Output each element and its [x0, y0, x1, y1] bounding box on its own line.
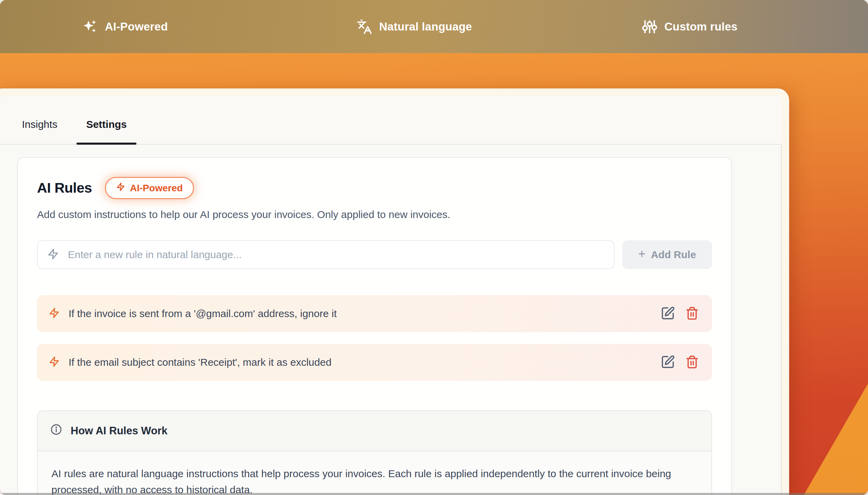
how-box-header: How AI Rules Work — [38, 411, 711, 451]
tab-settings[interactable]: Settings — [84, 119, 129, 144]
rules-list: If the invoice is sent from a '@gmail.co… — [37, 295, 712, 381]
new-rule-input[interactable] — [67, 249, 604, 261]
rule-actions — [661, 306, 699, 322]
info-icon — [50, 423, 62, 438]
sliders-icon — [642, 19, 658, 35]
rule-text: If the invoice is sent from a '@gmail.co… — [69, 308, 652, 319]
zap-icon — [116, 182, 125, 194]
screenshot-root: AI-Powered Natural language — [0, 0, 868, 495]
edit-rule-button[interactable] — [661, 355, 675, 370]
add-rule-button[interactable]: + Add Rule — [622, 240, 712, 269]
feature-banner: AI-Powered Natural language — [0, 0, 868, 53]
trash-icon — [685, 306, 699, 321]
sparkles-icon — [82, 19, 98, 35]
screenshot-bottom-edge — [0, 493, 868, 495]
languages-icon — [357, 19, 372, 35]
new-rule-row: + Add Rule — [37, 240, 712, 269]
plus-icon: + — [638, 248, 646, 260]
feature-ai-powered: AI-Powered — [82, 19, 168, 35]
ai-powered-badge: AI-Powered — [105, 177, 194, 199]
how-box-title: How AI Rules Work — [71, 425, 167, 437]
card-title-row: AI Rules AI-Powered — [37, 177, 712, 199]
ai-rules-card: AI Rules AI-Powered Add custom instructi… — [17, 157, 732, 495]
card-title: AI Rules — [37, 180, 92, 196]
how-box-text: AI rules are natural language instructio… — [51, 466, 698, 495]
zap-icon — [47, 248, 59, 261]
delete-rule-button[interactable] — [685, 355, 699, 370]
feature-label: Custom rules — [664, 20, 737, 33]
feature-custom-rules: Custom rules — [642, 19, 737, 35]
delete-rule-button[interactable] — [685, 306, 699, 321]
tab-bar: Insights Settings — [0, 96, 782, 145]
edit-rule-button[interactable] — [661, 306, 675, 322]
trash-icon — [685, 355, 699, 370]
feature-natural-language: Natural language — [357, 19, 472, 35]
how-box-body: AI rules are natural language instructio… — [38, 451, 711, 495]
rule-row: If the email subject contains 'Receipt',… — [37, 344, 712, 381]
rule-row: If the invoice is sent from a '@gmail.co… — [37, 295, 712, 332]
badge-label: AI-Powered — [130, 183, 183, 194]
feature-label: Natural language — [379, 20, 472, 33]
tab-insights[interactable]: Insights — [20, 119, 59, 144]
zap-icon — [49, 356, 60, 369]
how-ai-rules-work-box: How AI Rules Work AI rules are natural l… — [37, 410, 712, 495]
zap-icon — [49, 307, 60, 320]
settings-content: AI Rules AI-Powered Add custom instructi… — [0, 145, 782, 495]
rule-actions — [661, 355, 699, 370]
card-description: Add custom instructions to help our AI p… — [37, 209, 712, 220]
add-rule-label: Add Rule — [651, 249, 696, 261]
square-pen-icon — [661, 306, 675, 322]
app-window: Insights Settings AI Rules AI-Powered — [0, 88, 789, 495]
new-rule-field-wrap — [37, 240, 615, 269]
square-pen-icon — [661, 355, 675, 370]
rule-text: If the email subject contains 'Receipt',… — [69, 357, 652, 368]
feature-label: AI-Powered — [105, 20, 168, 33]
